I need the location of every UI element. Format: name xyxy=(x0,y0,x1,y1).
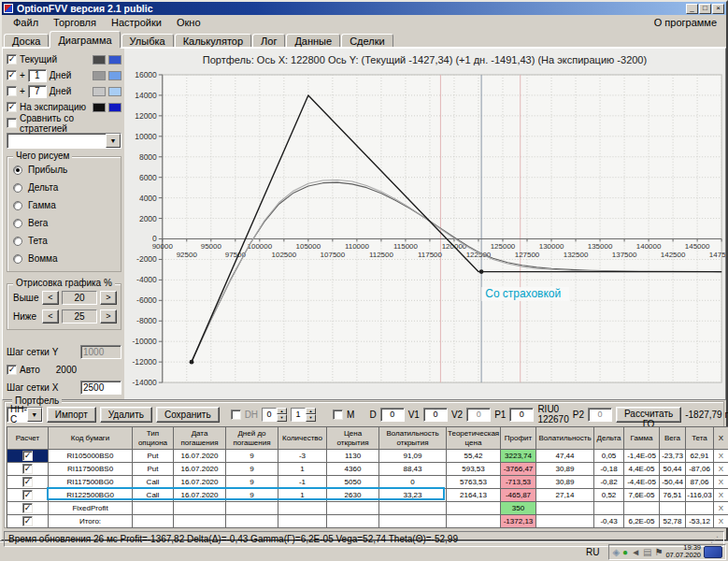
radio-icon[interactable] xyxy=(13,165,22,175)
row-delete-button[interactable]: X xyxy=(714,489,728,502)
menu-about[interactable]: О программе xyxy=(649,16,722,29)
tray-status-icon[interactable]: ● xyxy=(622,545,628,559)
table-row: ✓Итого:-1372,13-0,436,2E-0552,78-53,12X xyxy=(7,515,728,528)
menu-item-Окно[interactable]: Окно xyxy=(169,16,208,29)
cell: 47,44 xyxy=(536,450,594,463)
svg-text:Со страховкой: Со страховкой xyxy=(485,287,561,300)
row-delete-button[interactable]: X xyxy=(714,476,728,489)
radio-icon[interactable] xyxy=(13,183,22,193)
delete-button[interactable]: Удалить xyxy=(100,407,152,423)
svg-text:145000: 145000 xyxy=(685,242,710,251)
menu-item-Торговля[interactable]: Торговля xyxy=(46,16,104,29)
combo-arrow-icon[interactable]: ▼ xyxy=(27,408,42,422)
row-checkbox[interactable]: ✓ xyxy=(22,503,33,513)
grid-step-x-input[interactable] xyxy=(80,381,121,395)
menu-item-Файл[interactable]: Файл xyxy=(6,16,46,29)
radio-icon[interactable] xyxy=(13,219,22,228)
row-checkbox[interactable]: ✓ xyxy=(22,451,33,461)
radio-icon[interactable] xyxy=(13,254,22,264)
row-checkbox[interactable]: ✓ xyxy=(22,464,33,474)
import-button[interactable]: Импорт xyxy=(47,407,96,423)
layer-checkbox-2[interactable]: ✓ xyxy=(7,86,17,96)
maximize-button[interactable]: □ xyxy=(699,4,711,14)
portfolio-toolbar: НН-С ▼ Импорт Удалить Сохранить ✓ DH 0 ▲… xyxy=(7,405,721,424)
dropdown-arrow-icon[interactable]: ▼ xyxy=(106,134,121,148)
layer-checkbox-1[interactable]: ✓ xyxy=(7,70,17,80)
d-input[interactable] xyxy=(380,408,405,422)
below-value: 25 xyxy=(62,309,97,324)
above-increment-button[interactable]: > xyxy=(100,291,117,305)
v2-input[interactable] xyxy=(466,408,491,422)
p2-input[interactable] xyxy=(588,408,612,422)
spin-up-icon[interactable]: ▲ xyxy=(306,408,316,415)
calc-go-button[interactable]: Рассчитать ГО xyxy=(616,407,681,423)
column-header-Тета: Тета xyxy=(686,427,714,450)
draw-option-Тета[interactable]: Тета xyxy=(13,232,117,250)
language-indicator[interactable]: RU xyxy=(580,547,605,557)
dh-checkbox[interactable]: ✓ xyxy=(231,410,241,420)
tab-Диаграмма[interactable]: Диаграмма xyxy=(50,31,120,48)
tray-clock[interactable]: 19:39 07.07.2020 xyxy=(665,544,701,559)
cell: 4360 xyxy=(327,463,379,476)
below-decrement-button[interactable]: < xyxy=(42,309,59,324)
spin-up-icon[interactable]: ▲ xyxy=(277,408,287,415)
draw-option-Вега[interactable]: Вега xyxy=(13,214,117,232)
dh-spinner-2[interactable]: 1 ▲▼ xyxy=(291,408,316,422)
tray-app-icon[interactable]: ◈ xyxy=(612,545,620,559)
auto-checkbox[interactable]: ✓ xyxy=(7,365,17,375)
radio-icon[interactable] xyxy=(13,237,22,246)
row-delete-button[interactable]: X xyxy=(714,450,728,463)
layer-checkbox-0[interactable]: ✓ xyxy=(7,54,17,65)
minimize-button[interactable]: _ xyxy=(686,4,698,14)
v1-input[interactable] xyxy=(423,408,448,422)
row-delete-button[interactable]: X xyxy=(714,515,728,528)
strategy-dropdown[interactable]: ▼ xyxy=(7,133,121,149)
tray-network-icon[interactable]: ▤ xyxy=(643,545,651,559)
portfolio-combo[interactable]: НН-С ▼ xyxy=(7,407,43,423)
draw-option-Прибыль[interactable]: Прибыль xyxy=(13,161,117,179)
tray-window-icon[interactable] xyxy=(704,546,722,558)
radio-icon[interactable] xyxy=(13,201,22,210)
grid-step-x-label: Шаг сетки X xyxy=(7,382,58,393)
spin-down-icon[interactable]: ▼ xyxy=(277,414,287,422)
cell: 5763,53 xyxy=(447,476,501,489)
draw-option-Вомма[interactable]: Вомма xyxy=(13,250,117,267)
tab-Сделки[interactable]: Сделки xyxy=(341,34,393,48)
volume-icon[interactable]: ◄ xyxy=(631,545,640,559)
p1-input[interactable] xyxy=(509,408,534,422)
menu-item-Настройки[interactable]: Настройки xyxy=(104,16,169,29)
m-checkbox[interactable]: ✓ xyxy=(333,410,343,420)
tab-Лог[interactable]: Лог xyxy=(252,34,285,48)
cell: 3223,74 xyxy=(501,450,536,463)
dh-spinner-1[interactable]: 0 ▲▼ xyxy=(262,408,287,422)
below-increment-button[interactable]: > xyxy=(100,309,117,324)
draw-option-Дельта[interactable]: Дельта xyxy=(13,179,117,196)
row-checkbox[interactable]: ✓ xyxy=(22,516,33,526)
p1-label: P1 xyxy=(494,410,506,420)
svg-text:6000: 6000 xyxy=(139,173,157,182)
tab-Доска[interactable]: Доска xyxy=(4,34,49,48)
row-delete-button[interactable]: X xyxy=(714,502,728,515)
flag-icon[interactable]: ⚑ xyxy=(654,545,663,559)
resize-grip[interactable]: ⋰ xyxy=(710,535,720,544)
compare-strategy-checkbox[interactable]: ✓ xyxy=(7,118,17,128)
cell: -87,06 xyxy=(686,463,714,476)
layer-days-input-2[interactable] xyxy=(28,85,47,98)
close-button[interactable]: × xyxy=(712,4,724,14)
tab-Данные[interactable]: Данные xyxy=(286,34,340,48)
row-checkbox[interactable]: ✓ xyxy=(22,490,33,500)
save-button[interactable]: Сохранить xyxy=(156,407,220,423)
cell: 9 xyxy=(226,489,278,502)
tab-Калькулятор[interactable]: Калькулятор xyxy=(175,34,251,48)
draw-option-Гамма[interactable]: Гамма xyxy=(13,196,117,214)
spin-down-icon[interactable]: ▼ xyxy=(306,414,316,422)
svg-text:-14000: -14000 xyxy=(132,378,157,387)
row-checkbox[interactable]: ✓ xyxy=(22,477,33,487)
above-decrement-button[interactable]: < xyxy=(42,291,59,305)
app-window: OptionFVV версия 2.1 public _ □ × ФайлТо… xyxy=(0,0,728,541)
chart-plot[interactable]: -14000-12000-10000-8000-6000-4000-200002… xyxy=(124,67,725,399)
layer-days-input-1[interactable] xyxy=(28,69,47,82)
row-delete-button[interactable]: X xyxy=(714,463,728,476)
tab-Улыбка[interactable]: Улыбка xyxy=(121,34,174,48)
layer-checkbox-3[interactable]: ✓ xyxy=(7,102,17,112)
